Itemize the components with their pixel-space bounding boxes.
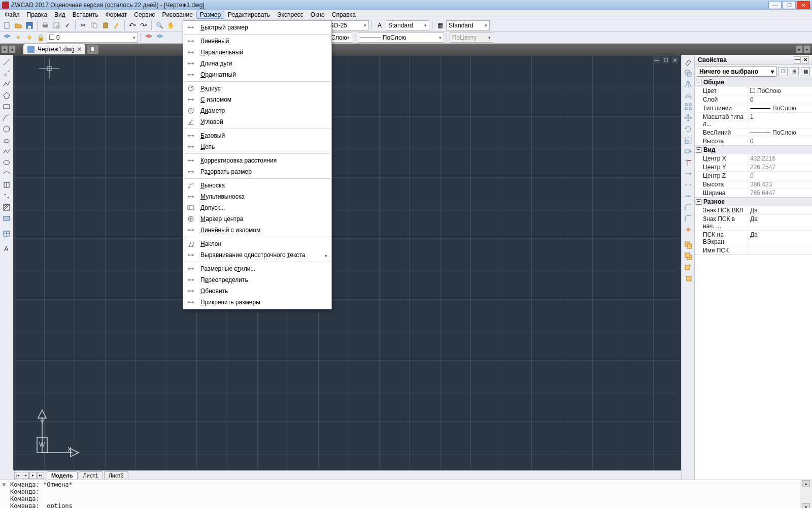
zoom-realtime-button[interactable]: 🔍: [154, 20, 164, 30]
menu-item-tolerance[interactable]: Допуск...: [183, 202, 331, 213]
open-file-button[interactable]: [13, 20, 23, 30]
rotate-tool[interactable]: [683, 124, 693, 134]
prop-value[interactable]: [748, 246, 812, 255]
textstyle-combo[interactable]: Standard▾: [386, 20, 429, 30]
prop-value[interactable]: 0: [748, 96, 812, 104]
menu-item-формат[interactable]: Формат: [102, 11, 131, 19]
menu-item-вид[interactable]: Вид: [51, 11, 69, 19]
construction-line-tool[interactable]: [2, 68, 12, 78]
close-button[interactable]: ✕: [797, 1, 810, 9]
menu-item-oblique[interactable]: Наклон: [183, 238, 331, 249]
region-tool[interactable]: [2, 213, 12, 224]
minimize-button[interactable]: —: [768, 1, 782, 9]
copy-button[interactable]: [89, 20, 99, 30]
stretch-tool[interactable]: [683, 146, 693, 156]
doc-tab-scroll-left[interactable]: ▾: [1, 45, 8, 53]
menu-item-mleader[interactable]: Мультивыноска: [183, 191, 331, 202]
arc-tool[interactable]: [2, 113, 12, 123]
doc-tab-scroll-end[interactable]: ▾: [803, 45, 810, 53]
menu-item-angular-dim[interactable]: Угловой: [183, 116, 331, 128]
doc-tab-scroll-next[interactable]: ▸: [796, 45, 803, 53]
menu-item-baseline-dim[interactable]: Базовый: [183, 130, 331, 141]
menu-item-правка[interactable]: Правка: [23, 11, 51, 19]
menu-item-diameter-dim[interactable]: Диаметр: [183, 105, 331, 116]
pan-button[interactable]: ✋: [165, 20, 176, 30]
break-tool[interactable]: [683, 180, 693, 190]
prop-row[interactable]: Центр X432.2216: [695, 154, 812, 163]
layout-tab-sheet2[interactable]: Лист2: [104, 471, 128, 479]
menu-item-dimspace[interactable]: Корректировка расстояния: [183, 155, 331, 166]
prop-row[interactable]: Знак ПСК ВКЛДа: [695, 206, 812, 214]
cut-button[interactable]: ✂: [78, 20, 88, 30]
layout-tab-prev[interactable]: ◂: [22, 472, 29, 479]
prop-value[interactable]: ПоСлою: [748, 104, 812, 112]
menu-item-dimstyle[interactable]: Размерные стили...: [183, 263, 331, 274]
viewport-maximize-button[interactable]: ☐: [662, 56, 669, 64]
draworder-under-tool[interactable]: [683, 273, 693, 283]
cmd-scroll-up[interactable]: ▴: [802, 480, 810, 487]
point-tool[interactable]: [2, 191, 12, 201]
menu-item-update[interactable]: Обновить: [183, 285, 331, 297]
tablestyle-icon[interactable]: ▦: [435, 20, 445, 30]
prop-row[interactable]: ЦветПоСлою: [695, 86, 812, 95]
command-history[interactable]: Команда: *Отмена* Команда: Команда: Кома…: [8, 480, 800, 508]
properties-pin-button[interactable]: —: [794, 56, 801, 64]
menu-item-размер[interactable]: Размер: [196, 11, 224, 19]
layer-freeze-button[interactable]: ❄: [24, 33, 35, 43]
menu-item-экспресс[interactable]: Экспресс: [274, 11, 307, 19]
prop-row[interactable]: Центр Z0: [695, 171, 812, 180]
layer-lock-button[interactable]: 🔒: [36, 33, 46, 43]
quickselect-button[interactable]: ☐: [779, 67, 788, 76]
menu-item-arc-dim[interactable]: Длина дуги: [183, 58, 331, 69]
mirror-tool[interactable]: [683, 79, 693, 89]
prop-row[interactable]: ПСК на ВЭкранДа: [695, 230, 812, 246]
menu-item-jog-linear[interactable]: Линейный с изломом: [183, 225, 331, 236]
draworder-above-tool[interactable]: [683, 262, 693, 272]
bycolor-combo[interactable]: ПоЦвету ▾: [450, 33, 493, 43]
polyline-tool[interactable]: [2, 79, 12, 89]
trim-tool[interactable]: [683, 157, 693, 168]
new-file-button[interactable]: [2, 20, 12, 30]
publish-button[interactable]: ✓: [62, 20, 73, 30]
doc-tab-scroll-prev[interactable]: ◂: [9, 45, 16, 53]
draworder-front-tool[interactable]: [683, 240, 693, 250]
layout-tab-sheet1[interactable]: Лист1: [79, 471, 103, 479]
selectobjs-button[interactable]: ▦: [801, 67, 810, 76]
document-tab-new[interactable]: [87, 45, 98, 54]
array-tool[interactable]: [683, 102, 693, 112]
offset-tool[interactable]: [683, 90, 693, 101]
chamfer-tool[interactable]: [683, 202, 693, 212]
layer-state-button[interactable]: ☀: [13, 33, 23, 43]
layout-tab-model[interactable]: Модель: [47, 471, 78, 479]
selection-combo[interactable]: Ничего не выбрано ▾: [697, 67, 776, 77]
menu-item-aligned-dim[interactable]: Параллельный: [183, 47, 331, 58]
print-preview-button[interactable]: [51, 20, 61, 30]
command-close-button[interactable]: ×: [0, 480, 8, 508]
lineweight-combo[interactable]: ПоСлою ▾: [358, 33, 444, 43]
prop-value[interactable]: Да: [748, 206, 812, 214]
prop-value[interactable]: Да: [748, 215, 812, 230]
table-tool[interactable]: [2, 229, 12, 239]
viewport-close-button[interactable]: ✕: [671, 56, 679, 64]
menu-item-quick-dim[interactable]: Быстрый размер: [183, 22, 331, 33]
spline-tool[interactable]: [2, 146, 12, 156]
erase-tool[interactable]: [683, 57, 693, 67]
prop-row[interactable]: ВесЛинийПоСлою: [695, 128, 812, 137]
ellipse-tool[interactable]: [2, 157, 12, 168]
explode-tool[interactable]: [683, 225, 693, 235]
prop-row[interactable]: Высота0: [695, 137, 812, 145]
redo-button[interactable]: ↷▾: [139, 20, 149, 30]
prop-value[interactable]: 0: [748, 137, 812, 145]
menu-item-item[interactable]: Выравнивание однострочного текста▸: [183, 249, 331, 261]
layout-tab-first[interactable]: |◂: [14, 472, 21, 479]
prop-group-Вид[interactable]: −Вид: [695, 146, 812, 154]
menu-item-редактировать[interactable]: Редактировать: [224, 11, 274, 19]
layer-states-button[interactable]: [155, 33, 165, 43]
menu-item-leader[interactable]: Выноска: [183, 180, 331, 191]
menu-item-dimbreak[interactable]: Разорвать размер: [183, 166, 331, 177]
mtext-tool[interactable]: A: [2, 244, 12, 254]
menu-item-файл[interactable]: Файл: [1, 11, 23, 19]
move-tool[interactable]: [683, 113, 693, 123]
viewport-minimize-button[interactable]: —: [653, 56, 660, 64]
circle-tool[interactable]: [2, 124, 12, 134]
